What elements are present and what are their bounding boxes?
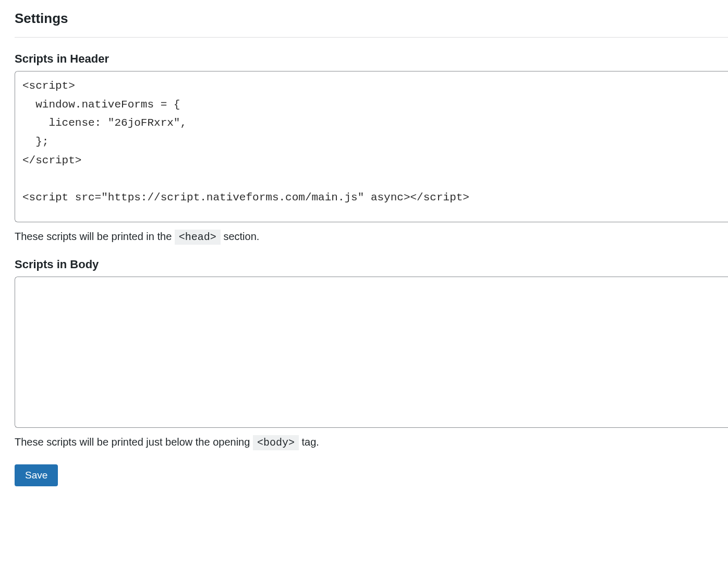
help-text-body-after: tag. (302, 436, 319, 448)
section-scripts-header: Scripts in Header These scripts will be … (15, 52, 728, 243)
help-text-header-before: These scripts will be printed in the (15, 231, 175, 242)
help-text-body: These scripts will be printed just below… (15, 436, 728, 449)
help-code-head: <head> (175, 230, 221, 245)
textarea-scripts-header[interactable] (15, 71, 728, 222)
help-code-body: <body> (253, 435, 299, 450)
label-scripts-body: Scripts in Body (15, 258, 728, 271)
help-text-header: These scripts will be printed in the <he… (15, 231, 728, 243)
section-scripts-body: Scripts in Body These scripts will be pr… (15, 258, 728, 449)
label-scripts-header: Scripts in Header (15, 52, 728, 66)
save-button[interactable]: Save (15, 464, 58, 486)
help-text-header-after: section. (223, 231, 259, 242)
textarea-scripts-body[interactable] (15, 277, 728, 428)
page-title: Settings (15, 10, 728, 38)
help-text-body-before: These scripts will be printed just below… (15, 436, 253, 448)
